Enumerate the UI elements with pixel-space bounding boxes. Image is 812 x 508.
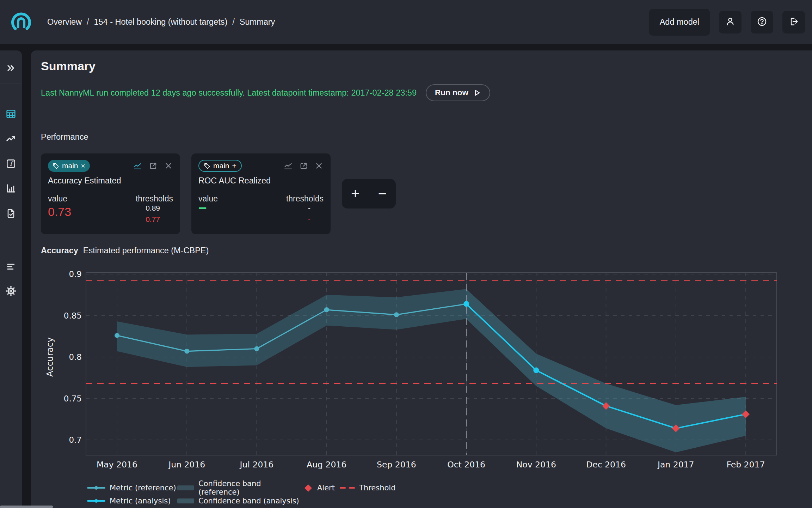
navbar: Overview / 154 - Hotel booking (without … [0,0,812,44]
band-swatch-icon [177,498,194,503]
navbar-actions: Add model [649,9,805,36]
sidebar-divider [0,84,22,84]
card-divider [48,190,173,190]
run-now-label: Run now [435,88,468,97]
metric-card-accuracy: main × [41,153,180,234]
card-divider [198,190,324,190]
function-icon: f [5,158,17,171]
legend-band-reference[interactable]: Confidence band (reference) [177,483,303,493]
sidebar-item-reports[interactable] [5,208,17,220]
chart-view-icon[interactable] [283,161,293,171]
legend-label: Threshold [359,484,396,492]
remove-metric-button[interactable]: − [374,186,390,201]
y-tick-label: 0.75 [64,394,82,403]
sidebar-item-metrics[interactable] [5,183,17,195]
sidebar-item-functions[interactable]: f [5,158,17,171]
svg-text:f: f [10,161,14,167]
sidebar-item-settings[interactable] [5,285,17,298]
performance-heading: Performance [41,132,88,142]
nannyml-logo[interactable] [10,11,32,34]
data-point[interactable] [254,346,259,351]
add-metric-button[interactable]: + [347,186,363,201]
external-link-icon[interactable] [299,161,308,171]
tag-pill-main[interactable]: main + [198,160,242,172]
sidebar-item-monitoring[interactable] [5,133,17,146]
data-point[interactable] [324,307,329,312]
legend-label: Confidence band (reference) [198,479,303,496]
horizontal-scrollbar[interactable] [0,506,53,508]
data-point[interactable] [533,368,539,373]
tag-remove-button[interactable]: × [81,162,85,170]
sidebar-item-models-table[interactable] [5,108,17,121]
close-icon[interactable] [164,161,173,170]
main-panel: Summary Last NannyML run completed 12 da… [31,50,812,508]
x-tick-label: Oct 2016 [447,460,485,470]
x-tick-label: Sep 2016 [377,460,416,470]
data-point[interactable] [394,312,399,317]
breadcrumb: Overview / 154 - Hotel booking (without … [47,17,275,27]
section-divider [41,146,794,146]
x-tick-label: Feb 2017 [727,460,765,470]
logout-button[interactable] [782,11,805,34]
report-check-icon [5,208,17,220]
legend-label: Metric (reference) [110,484,176,492]
external-link-icon[interactable] [148,161,158,171]
threshold-upper-value: 0.89 [146,204,160,212]
card-size-controls: + − [342,179,396,208]
table-icon [5,108,17,121]
legend-band-analysis[interactable]: Confidence band (analysis) [177,496,303,506]
help-button[interactable] [751,11,773,34]
run-now-button[interactable]: Run now [426,84,490,101]
legend-threshold[interactable]: Threshold [340,483,396,493]
x-tick-label: Aug 2016 [307,460,346,470]
breadcrumb-separator: / [87,17,89,27]
expand-sidebar-icon[interactable] [5,62,17,74]
x-tick-label: Dec 2016 [586,460,626,470]
legend-metric-reference[interactable]: Metric (reference) [87,483,177,493]
add-model-button[interactable]: Add model [649,9,710,36]
threshold-dashes-icon [340,487,355,489]
data-point[interactable] [463,301,469,307]
metric-value: 0.73 [48,205,71,219]
chart-view-icon[interactable] [133,161,142,171]
threshold-lower-value: 0.77 [146,215,160,224]
status-message: Last NannyML run completed 12 days ago s… [41,88,417,98]
y-tick-label: 0.85 [64,311,82,320]
help-icon [757,16,767,28]
tag-add-button[interactable]: + [232,162,236,170]
breadcrumb-summary[interactable]: Summary [240,17,275,27]
performance-chart[interactable]: 0.90.850.80.750.7May 2016Jun 2016Jul 201… [41,270,777,482]
x-tick-label: Nov 2016 [516,460,556,470]
value-label: value [48,194,67,204]
user-button[interactable] [719,11,742,34]
threshold-upper-value: - [308,204,310,212]
metric-card-title: ROC AUC Realized [198,176,271,186]
legend-label: Alert [317,484,335,492]
data-point[interactable] [184,349,189,354]
tag-pill-main[interactable]: main × [48,160,90,172]
legend-alert[interactable]: Alert [303,483,340,493]
gear-icon [5,285,17,298]
bar-chart-icon [5,183,17,195]
thresholds-label: thresholds [286,194,324,204]
play-icon [473,89,481,97]
performance-cards: main × [41,153,396,234]
close-icon[interactable] [314,161,324,170]
y-tick-label: 0.7 [69,435,82,445]
x-tick-label: May 2016 [97,460,137,470]
band-swatch-icon [177,485,194,490]
breadcrumb-separator: / [232,17,235,27]
metric-card-roc-auc: main + [191,153,331,234]
alert-diamond-icon [304,484,312,491]
breadcrumb-model[interactable]: 154 - Hotel booking (without targets) [94,17,227,27]
legend-metric-analysis[interactable]: Metric (analysis) [87,496,177,506]
logout-icon [788,16,799,28]
page-title: Summary [41,59,96,73]
confidence-band [117,289,466,367]
tag-label: main [62,162,78,170]
line-swatch-icon [87,487,105,489]
sidebar-item-logs[interactable] [5,261,17,274]
data-point[interactable] [115,333,119,338]
y-tick-label: 0.8 [69,352,82,362]
breadcrumb-overview[interactable]: Overview [47,17,82,27]
